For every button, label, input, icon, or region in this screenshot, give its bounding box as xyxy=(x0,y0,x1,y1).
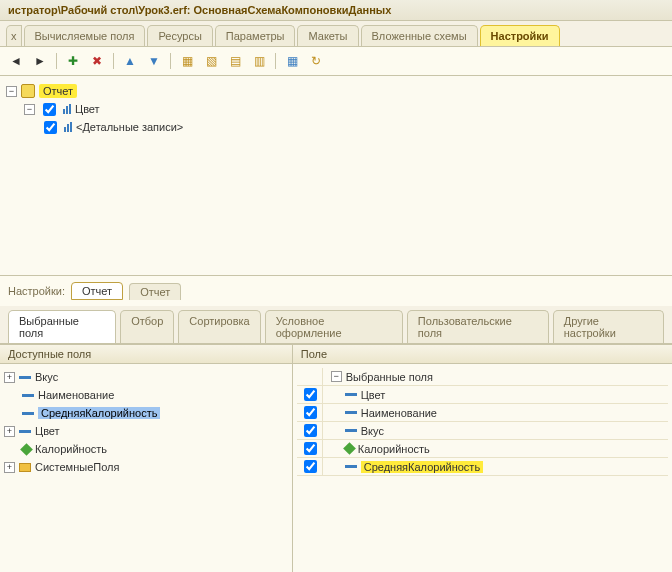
settings-label: Настройки: xyxy=(8,285,65,297)
report-icon xyxy=(21,84,35,98)
field-label: Вкус xyxy=(35,371,58,383)
subtab-conditional[interactable]: Условное оформление xyxy=(265,310,403,343)
btn-preview[interactable]: ▦ xyxy=(282,51,302,71)
cube-icon xyxy=(20,443,33,456)
field-label-highlighted: СредняяКалорийность xyxy=(361,461,483,473)
btn-forward[interactable]: ► xyxy=(30,51,50,71)
report-tree-panel: − Отчет − Цвет <Детальные записи> xyxy=(0,76,672,276)
available-fields-column: Доступные поля + Вкус Наименование Средн… xyxy=(0,345,293,572)
field-icon xyxy=(22,394,34,397)
selected-fields-header: Поле xyxy=(293,345,672,364)
field-checkbox[interactable] xyxy=(304,424,317,437)
expander-icon[interactable]: − xyxy=(6,86,17,97)
settings-tab-report[interactable]: Отчет xyxy=(129,283,181,300)
field-icon xyxy=(345,465,357,468)
field-icon xyxy=(345,429,357,432)
field-checkbox[interactable] xyxy=(304,406,317,419)
list-item[interactable]: + Цвет xyxy=(4,422,288,440)
main-tabs: х Вычисляемые поля Ресурсы Параметры Мак… xyxy=(0,21,672,47)
field-label-selected: СредняяКалорийность xyxy=(38,407,160,419)
expander-icon[interactable]: − xyxy=(331,371,342,382)
table-row[interactable]: − Выбранные поля xyxy=(297,368,668,386)
field-icon xyxy=(19,430,31,433)
window-title: истратор\Рабочий стол\Урок3.erf: Основна… xyxy=(0,0,672,21)
btn-add[interactable]: ✚ xyxy=(63,51,83,71)
field-label: Наименование xyxy=(361,407,437,419)
tree-root-label: Отчет xyxy=(39,84,77,98)
list-item[interactable]: + Вкус xyxy=(4,368,288,386)
field-icon xyxy=(19,376,31,379)
tree-checkbox[interactable] xyxy=(44,121,57,134)
btn-delete[interactable]: ✖ xyxy=(87,51,107,71)
selected-fields-column: Поле − Выбранные поля Цвет xyxy=(293,345,672,572)
field-checkbox[interactable] xyxy=(304,460,317,473)
field-label: СистемныеПоля xyxy=(35,461,119,473)
table-row[interactable]: СредняяКалорийность xyxy=(297,458,668,476)
available-fields-body: + Вкус Наименование СредняяКалорийность … xyxy=(0,364,292,572)
field-icon xyxy=(345,411,357,414)
subtab-other[interactable]: Другие настройки xyxy=(553,310,664,343)
expander-icon[interactable]: + xyxy=(4,462,15,473)
subtab-selected-fields[interactable]: Выбранные поля xyxy=(8,310,116,343)
tab-layouts[interactable]: Макеты xyxy=(297,25,358,46)
list-item[interactable]: Калорийность xyxy=(4,440,288,458)
tree-level2-row[interactable]: <Детальные записи> xyxy=(6,118,666,136)
settings-tab-report-active[interactable]: Отчет xyxy=(71,282,123,300)
group-label: Выбранные поля xyxy=(346,371,433,383)
btn-tool1[interactable]: ▦ xyxy=(177,51,197,71)
selected-fields-body: − Выбранные поля Цвет Наименование xyxy=(293,364,672,572)
btn-up[interactable]: ▲ xyxy=(120,51,140,71)
available-fields-header: Доступные поля xyxy=(0,345,292,364)
tree-checkbox[interactable] xyxy=(43,103,56,116)
tab-nested-schemas[interactable]: Вложенные схемы xyxy=(361,25,478,46)
btn-down[interactable]: ▼ xyxy=(144,51,164,71)
tree-root-row[interactable]: − Отчет xyxy=(6,82,666,100)
btn-back[interactable]: ◄ xyxy=(6,51,26,71)
tree-level2-label: <Детальные записи> xyxy=(76,121,183,133)
subtab-sort[interactable]: Сортировка xyxy=(178,310,260,343)
tab-stub[interactable]: х xyxy=(6,25,22,46)
field-icon xyxy=(345,393,357,396)
field-checkbox[interactable] xyxy=(304,442,317,455)
bars-icon xyxy=(63,104,71,114)
field-icon xyxy=(22,412,34,415)
field-label: Калорийность xyxy=(35,443,107,455)
cube-icon xyxy=(343,442,356,455)
table-row[interactable]: Наименование xyxy=(297,404,668,422)
subtab-filter[interactable]: Отбор xyxy=(120,310,174,343)
tab-parameters[interactable]: Параметры xyxy=(215,25,296,46)
fields-grid: Доступные поля + Вкус Наименование Средн… xyxy=(0,344,672,572)
table-row[interactable]: Цвет xyxy=(297,386,668,404)
tab-resources[interactable]: Ресурсы xyxy=(147,25,212,46)
bars-icon xyxy=(64,122,72,132)
tab-settings[interactable]: Настройки xyxy=(480,25,560,46)
settings-sub-tabs: Выбранные поля Отбор Сортировка Условное… xyxy=(0,306,672,344)
list-item[interactable]: Наименование xyxy=(4,386,288,404)
settings-breadcrumb: Настройки: Отчет Отчет xyxy=(0,276,672,306)
field-label: Калорийность xyxy=(358,443,430,455)
tree-level1-label: Цвет xyxy=(75,103,100,115)
expander-icon[interactable]: + xyxy=(4,426,15,437)
tree-level1-row[interactable]: − Цвет xyxy=(6,100,666,118)
toolbar: ◄ ► ✚ ✖ ▲ ▼ ▦ ▧ ▤ ▥ ▦ ↻ xyxy=(0,47,672,76)
btn-tool4[interactable]: ▥ xyxy=(249,51,269,71)
table-row[interactable]: Калорийность xyxy=(297,440,668,458)
tab-computed-fields[interactable]: Вычисляемые поля xyxy=(24,25,146,46)
expander-icon[interactable]: + xyxy=(4,372,15,383)
field-label: Цвет xyxy=(361,389,386,401)
list-item[interactable]: СредняяКалорийность xyxy=(4,404,288,422)
list-item[interactable]: + СистемныеПоля xyxy=(4,458,288,476)
folder-icon xyxy=(19,463,31,472)
field-label: Наименование xyxy=(38,389,114,401)
field-label: Цвет xyxy=(35,425,60,437)
btn-tool3[interactable]: ▤ xyxy=(225,51,245,71)
field-label: Вкус xyxy=(361,425,384,437)
expander-icon[interactable]: − xyxy=(24,104,35,115)
btn-tool2[interactable]: ▧ xyxy=(201,51,221,71)
subtab-user-fields[interactable]: Пользовательские поля xyxy=(407,310,549,343)
field-checkbox[interactable] xyxy=(304,388,317,401)
table-row[interactable]: Вкус xyxy=(297,422,668,440)
btn-refresh[interactable]: ↻ xyxy=(306,51,326,71)
